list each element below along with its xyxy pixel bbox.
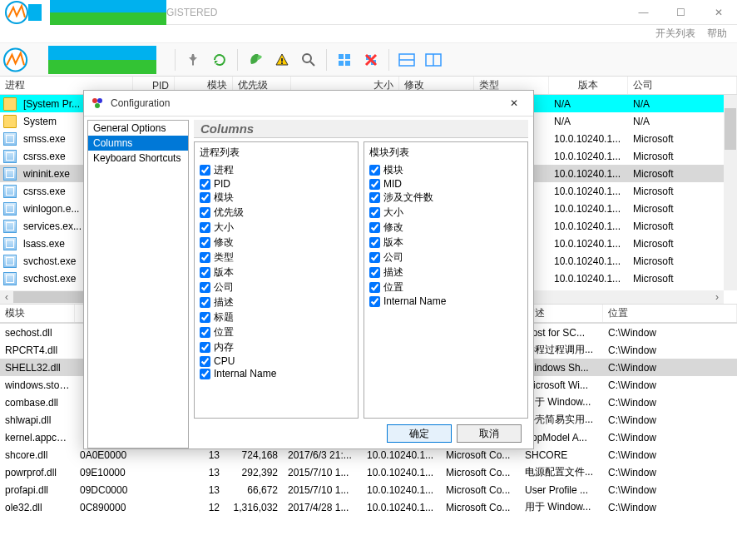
pin-icon[interactable]: [181, 47, 205, 72]
module-ver: 10.0.10240.1...: [362, 502, 441, 513]
checkbox[interactable]: [200, 312, 210, 323]
module-col-check[interactable]: 大小: [369, 206, 522, 220]
search-icon[interactable]: [296, 47, 321, 72]
v-scrollbar[interactable]: [724, 95, 737, 290]
exe-icon: [3, 237, 17, 250]
process-col-check[interactable]: Internal Name: [200, 368, 353, 379]
checkbox[interactable]: [369, 207, 380, 218]
process-col-check[interactable]: 模块: [200, 191, 353, 205]
cubes-icon[interactable]: [332, 47, 357, 72]
menu-switch-list[interactable]: 开关列表: [655, 27, 695, 41]
delete-icon[interactable]: [359, 47, 383, 72]
checkbox[interactable]: [200, 282, 210, 293]
maximize-button[interactable]: ☐: [662, 0, 700, 25]
process-col-check[interactable]: 位置: [200, 325, 353, 339]
checkbox[interactable]: [369, 296, 380, 307]
checkbox[interactable]: [200, 207, 210, 218]
process-col-check[interactable]: 版本: [200, 265, 353, 280]
process-col-check[interactable]: CPU: [200, 355, 353, 367]
col-company[interactable]: 公司: [628, 77, 737, 94]
module-col-check[interactable]: 公司: [369, 250, 522, 265]
svg-rect-8: [345, 61, 350, 66]
check-label: 修改: [383, 221, 403, 235]
process-col-check[interactable]: 公司: [200, 280, 353, 295]
module-row[interactable]: powrprof.dll09E1000013292,3922015/7/10 1…: [0, 463, 737, 481]
checkbox[interactable]: [369, 179, 380, 190]
exe-icon: [3, 150, 17, 163]
checkbox[interactable]: [200, 267, 210, 278]
checkbox[interactable]: [200, 342, 210, 353]
checkbox[interactable]: [200, 165, 210, 176]
checkbox[interactable]: [200, 297, 210, 308]
checkbox[interactable]: [200, 327, 210, 338]
module-base: 09E10000: [75, 467, 141, 478]
process-col-check[interactable]: 修改: [200, 235, 353, 250]
checkbox[interactable]: [200, 252, 210, 263]
checkbox[interactable]: [369, 192, 380, 203]
checkbox[interactable]: [369, 165, 380, 176]
module-col-check[interactable]: 模块: [369, 163, 522, 177]
process-col-check[interactable]: 进程: [200, 163, 353, 177]
refresh-icon[interactable]: [207, 47, 232, 72]
dialog-close-button[interactable]: ✕: [502, 93, 527, 113]
dialog-title: Configuration: [111, 97, 502, 109]
checkbox[interactable]: [200, 179, 210, 190]
split-h-icon[interactable]: [394, 47, 419, 72]
checkbox[interactable]: [369, 282, 380, 293]
ok-button[interactable]: 确定: [387, 424, 452, 443]
leaf-icon[interactable]: [243, 47, 268, 72]
module-col-check[interactable]: 涉及文件数: [369, 191, 522, 205]
minimize-button[interactable]: —: [625, 0, 662, 25]
check-label: 涉及文件数: [383, 191, 433, 205]
check-label: 位置: [214, 325, 234, 339]
module-col-check[interactable]: 描述: [369, 265, 522, 280]
toolbar-logo: [3, 43, 170, 77]
module-co: Microsoft Co...: [441, 467, 520, 478]
process-col-check[interactable]: 标题: [200, 310, 353, 325]
module-loc: C:\Window: [603, 449, 737, 461]
checkbox[interactable]: [200, 192, 210, 203]
checkbox[interactable]: [369, 237, 380, 248]
module-name: powrprof.dll: [0, 467, 75, 478]
checkbox[interactable]: [200, 369, 210, 379]
module-col-check[interactable]: MID: [369, 178, 522, 190]
sidebar-item-columns[interactable]: Columns: [88, 136, 188, 151]
svg-rect-3: [281, 62, 283, 64]
sidebar-item-shortcuts[interactable]: Keyboard Shortcuts: [88, 151, 188, 166]
checkbox[interactable]: [200, 237, 210, 248]
module-col-check[interactable]: 位置: [369, 280, 522, 295]
col-version[interactable]: 版本: [549, 77, 628, 94]
check-label: 版本: [383, 235, 403, 250]
checkbox[interactable]: [200, 222, 210, 233]
split-v-icon[interactable]: [421, 47, 446, 72]
checkbox[interactable]: [369, 252, 380, 263]
warning-icon[interactable]: [270, 47, 294, 72]
process-col-check[interactable]: 类型: [200, 250, 353, 265]
module-col-check[interactable]: Internal Name: [369, 295, 522, 307]
process-col-check[interactable]: 描述: [200, 295, 353, 310]
check-label: PID: [214, 178, 230, 190]
process-col-check[interactable]: 大小: [200, 221, 353, 235]
checkbox[interactable]: [369, 267, 380, 278]
process-company: Microsoft: [628, 273, 737, 285]
close-button[interactable]: ✕: [700, 0, 737, 25]
menu-help[interactable]: 帮助: [707, 27, 727, 41]
exe-icon: [3, 167, 17, 181]
mcol-module[interactable]: 模块: [0, 305, 75, 322]
sidebar-item-general[interactable]: General Options: [88, 121, 188, 136]
checkbox[interactable]: [369, 222, 380, 233]
process-col-check[interactable]: PID: [200, 178, 353, 190]
module-col-check[interactable]: 修改: [369, 221, 522, 235]
module-row[interactable]: ole32.dll0C890000121,316,0322017/4/28 1.…: [0, 498, 737, 516]
process-col-check[interactable]: 优先级: [200, 206, 353, 220]
module-loc: C:\Window: [603, 502, 737, 513]
process-col-check[interactable]: 内存: [200, 340, 353, 354]
cancel-button[interactable]: 取消: [457, 424, 522, 443]
check-label: 修改: [214, 235, 234, 250]
checkbox[interactable]: [200, 356, 210, 367]
module-date: 2017/4/28 1...: [283, 502, 362, 513]
module-row[interactable]: profapi.dll09DC00001366,6722015/7/10 1..…: [0, 481, 737, 498]
module-col-check[interactable]: 版本: [369, 235, 522, 250]
svg-rect-6: [345, 54, 350, 59]
mcol-loc[interactable]: 位置: [603, 305, 737, 322]
